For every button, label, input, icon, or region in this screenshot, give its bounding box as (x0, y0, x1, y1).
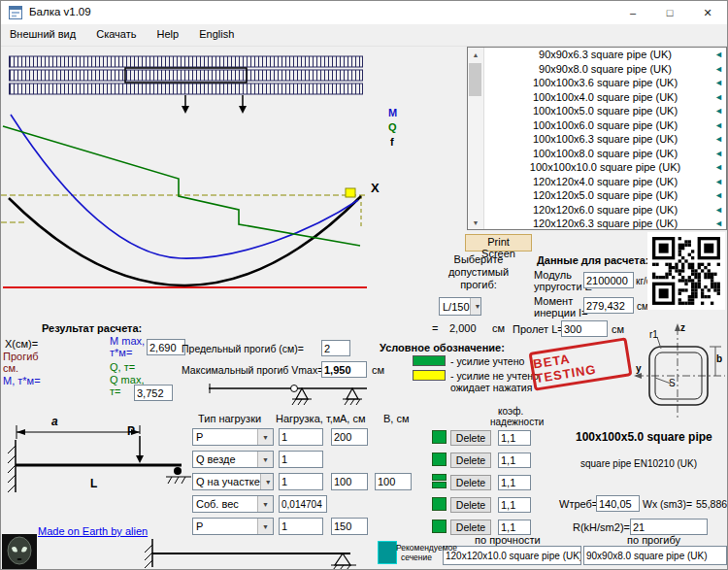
made-by-link[interactable]: Made on Earth by alien (38, 525, 148, 537)
print-screen-button[interactable]: Print Screen (465, 234, 532, 251)
force-included-indicator-2[interactable] (432, 453, 447, 466)
pipe-select-arrow-icon: ◄ (714, 188, 723, 203)
pipe-name: 100x100x10.0 square pipe (UK) (530, 161, 680, 173)
force-included-indicator-3b[interactable] (432, 482, 447, 488)
span-length-input[interactable] (561, 320, 608, 337)
maximize-button[interactable]: □ (651, 1, 688, 24)
pipe-name: 90x90x6.3 square pipe (UK) (539, 49, 672, 60)
pipe-select-arrow-icon: ◄ (714, 76, 723, 90)
deflection-result-label-1: Прогиб (3, 351, 39, 362)
results-title: Результат расчета: (42, 322, 142, 334)
pipe-name: 120x120x6.0 square pipe (UK) (533, 204, 678, 216)
load-value-input-2[interactable] (279, 451, 323, 468)
deflection-curve-label: f (390, 136, 394, 148)
pipe-list-item[interactable]: 100x100x5.0 square pipe (UK)◄ (484, 104, 726, 118)
force-included-indicator-4[interactable] (432, 497, 447, 511)
load-type-value-5: P (196, 520, 203, 532)
load-value-input-3[interactable] (279, 473, 323, 490)
header-b: В, см (383, 413, 410, 424)
load-type-value-2: Q везде (196, 453, 236, 465)
r-value-input[interactable] (630, 519, 708, 535)
load-value-input-4[interactable] (279, 495, 327, 513)
pipe-list-item[interactable]: 120x120x4.0 square pipe (UK)◄ (484, 175, 726, 189)
legend-yellow-label-1: - усилие не учтено, (450, 370, 542, 382)
pipe-list-item[interactable]: 100x100x3.6 square pipe (UK)◄ (484, 76, 726, 90)
legend-yellow-label-2: ожидает нажатия (450, 382, 532, 393)
load-value-input-5[interactable] (279, 518, 323, 535)
pipe-list-item[interactable]: 100x100x6.3 square pipe (UK)◄ (484, 132, 726, 147)
safety-coef-input-3[interactable] (498, 475, 531, 490)
scroll-up-icon[interactable]: ▲ (468, 48, 484, 61)
delete-load-button-3[interactable]: Delete (450, 475, 491, 490)
limit-deflection-input[interactable] (321, 340, 350, 356)
load-a-input-1[interactable] (331, 428, 368, 446)
max-deflection-value[interactable] (321, 361, 367, 378)
pipe-select-arrow-icon: ◄ (714, 48, 723, 62)
beam-p-label: P (127, 424, 135, 438)
menu-help[interactable]: Help (149, 24, 188, 46)
diagram-chart (1, 103, 418, 317)
load-type-select-3[interactable]: Q на участке ▼ (192, 473, 274, 490)
pipe-list-item[interactable]: 100x100x6.0 square pipe (UK)◄ (484, 118, 726, 133)
inertia-moment-input[interactable] (583, 297, 634, 314)
pipe-select-arrow-icon: ◄ (714, 90, 723, 105)
pipe-list-item[interactable]: 120x120x5.0 square pipe (UK)◄ (484, 188, 726, 203)
force-included-indicator-1[interactable] (432, 430, 447, 444)
pipe-list-item[interactable]: 120x120x6.3 square pipe (UK)◄ (484, 217, 726, 231)
pipe-list-item[interactable]: 90x90x8.0 square pipe (UK)◄ (484, 62, 726, 77)
safety-coef-input-5[interactable] (498, 520, 531, 535)
deflection-limit-select[interactable]: L/150 ▼ (439, 297, 481, 316)
minimize-button[interactable]: – (614, 1, 651, 24)
pipe-list-items: 90x90x6.3 square pipe (UK)◄ 90x90x8.0 sq… (484, 48, 726, 231)
delete-load-button-1[interactable]: Delete (450, 430, 491, 446)
pipe-list-item[interactable]: 100x100x4.0 square pipe (UK)◄ (484, 90, 726, 105)
menu-download[interactable]: Скачать (87, 24, 145, 46)
safety-coef-input-2[interactable] (498, 453, 531, 468)
q-max-value[interactable] (134, 385, 173, 401)
header-coef-line2: надежности (490, 417, 544, 427)
force-included-indicator-3a[interactable] (432, 474, 447, 481)
deflection-unit: см (492, 322, 505, 334)
pipe-select-arrow-icon: ◄ (714, 132, 723, 147)
pipe-list-item[interactable]: 90x90x6.3 square pipe (UK)◄ (484, 48, 726, 62)
menu-english[interactable]: English (190, 24, 243, 46)
wx-label: Wx (sm3)= (643, 498, 692, 510)
deflection-result-label-2: см. (3, 362, 18, 374)
w-required-value[interactable] (596, 495, 640, 512)
pipe-list-item[interactable]: 100x100x10.0 square pipe (UK)◄ (484, 160, 726, 175)
force-included-indicator-5[interactable] (432, 520, 447, 533)
app-icon (9, 6, 22, 19)
pipe-list-item[interactable]: 100x100x8.0 square pipe (UK)◄ (484, 147, 726, 161)
dropdown-arrow-icon: ▼ (257, 452, 273, 467)
pipe-select-arrow-icon: ◄ (714, 104, 723, 118)
delete-load-button-5[interactable]: Delete (450, 520, 491, 535)
scrollbar-thumb[interactable] (469, 63, 481, 96)
wx-value: 55,886 (696, 498, 727, 510)
load-type-select-2[interactable]: Q везде ▼ (192, 451, 274, 468)
pipe-select-arrow-icon: ◄ (714, 62, 723, 77)
alien-icon[interactable] (2, 534, 37, 570)
load-type-select-1[interactable]: P ▼ (192, 428, 274, 446)
delete-load-button-4[interactable]: Delete (450, 497, 491, 513)
scroll-down-icon[interactable]: ▼ (468, 216, 484, 229)
pipe-name: 120x120x4.0 square pipe (UK) (533, 176, 678, 187)
load-a-input-5[interactable] (331, 518, 368, 535)
safety-coef-input-1[interactable] (498, 430, 531, 446)
safety-coef-input-4[interactable] (498, 497, 531, 513)
delete-load-button-2[interactable]: Delete (450, 453, 491, 468)
pipe-list: ▲ ▼ 90x90x6.3 square pipe (UK)◄ 90x90x8.… (467, 47, 727, 230)
load-b-input-3[interactable] (375, 473, 412, 490)
pipe-list-scrollbar[interactable] (468, 61, 484, 216)
m-max-value[interactable] (147, 339, 185, 355)
load-type-select-5[interactable]: P ▼ (192, 518, 274, 535)
elastic-modulus-input[interactable] (583, 272, 634, 288)
load-value-input-1[interactable] (279, 428, 323, 446)
load-a-input-3[interactable] (331, 473, 368, 490)
deflection-label-line1: Выберите (426, 253, 531, 266)
m-max-label-2: т*м= (110, 347, 132, 358)
pipe-list-item[interactable]: 120x120x6.0 square pipe (UK)◄ (484, 203, 726, 218)
beam-l-label: L (90, 477, 97, 490)
load-type-select-4[interactable]: Соб. вес ▼ (192, 495, 274, 513)
menu-appearance[interactable]: Внешний вид (1, 24, 84, 46)
close-button[interactable]: ✕ (688, 1, 727, 24)
